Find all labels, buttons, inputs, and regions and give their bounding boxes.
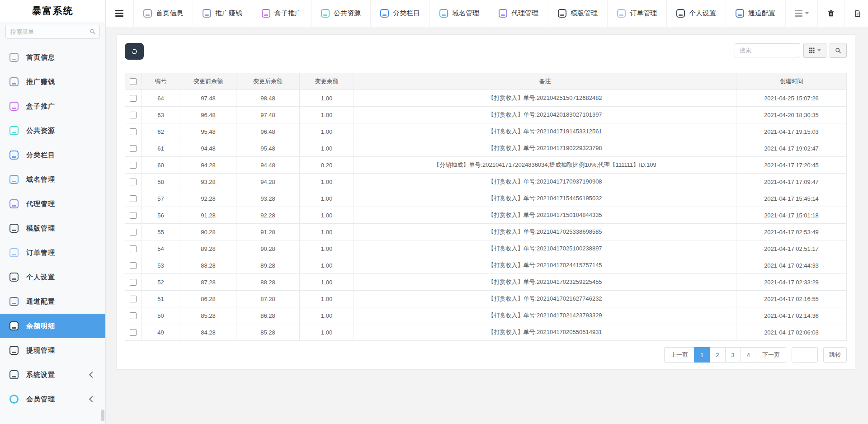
cell-remark: 【打赏收入】单号:20210425150712682482: [354, 90, 736, 107]
tab-agent[interactable]: 代理管理: [489, 0, 548, 27]
sidebar-item-label: 余额明细: [26, 322, 55, 330]
sidebar-search-input[interactable]: [5, 25, 100, 39]
page-button-1[interactable]: 1: [694, 347, 710, 363]
row-checkbox[interactable]: [130, 279, 137, 286]
tab-category[interactable]: 分类栏目: [371, 0, 430, 27]
row-checkbox[interactable]: [130, 179, 137, 185]
tab-box-promo[interactable]: 盒子推广: [252, 0, 311, 27]
cell-after: 91.28: [236, 224, 300, 240]
sidebar-item-withdraw[interactable]: 提现管理: [0, 338, 105, 363]
sidebar-item-agent[interactable]: 代理管理: [0, 192, 105, 216]
row-checkbox[interactable]: [130, 145, 137, 152]
cell-change: 1.00: [300, 123, 354, 140]
cell-created: 2021-04-25 15:07:26: [736, 90, 847, 107]
next-page-button[interactable]: 下一页: [756, 347, 786, 363]
row-checkbox[interactable]: [130, 162, 137, 169]
jump-page-input[interactable]: [792, 347, 818, 363]
sidebar-item-member[interactable]: 会员管理: [0, 387, 105, 411]
cell-before: 87.28: [180, 274, 236, 291]
menu-item-icon-domain-icon: [9, 175, 19, 184]
clear-cache-button[interactable]: [844, 0, 868, 27]
tab-home-info[interactable]: 首页信息: [133, 0, 193, 27]
cell-after: 94.28: [236, 174, 300, 190]
tab-icon-home-icon: [143, 9, 152, 18]
sidebar-item-order[interactable]: 订单管理: [0, 240, 105, 265]
sidebar-item-balance-detail[interactable]: 余额明细: [0, 314, 105, 338]
tab-public-resource[interactable]: 公共资源: [311, 0, 371, 27]
row-checkbox[interactable]: [130, 212, 137, 219]
table-row-61: 61 94.48 95.48 1.00 【打赏收入】单号:20210417190…: [125, 140, 847, 157]
header-created: 创建时间: [736, 73, 847, 90]
cell-after: 93.28: [236, 190, 300, 207]
prev-page-button[interactable]: 上一页: [664, 347, 694, 363]
menu-item-icon-megaphone-icon: [9, 77, 19, 86]
trash-button[interactable]: [817, 0, 844, 27]
cell-after: 89.28: [236, 257, 300, 274]
row-checkbox[interactable]: [130, 262, 137, 269]
row-checkbox[interactable]: [130, 128, 137, 135]
cell-remark: 【打赏收入】单号:20210417021423793329: [354, 307, 736, 324]
sidebar-item-profile[interactable]: 个人设置: [0, 265, 105, 289]
tab-icon-domain-icon: [439, 9, 448, 18]
sidebar-item-category[interactable]: 分类栏目: [0, 143, 105, 167]
sidebar-item-domain[interactable]: 域名管理: [0, 167, 105, 192]
list-dropdown-button[interactable]: [785, 0, 817, 27]
row-checkbox[interactable]: [130, 312, 137, 319]
sidebar-item-template[interactable]: 模版管理: [0, 216, 105, 240]
header-remark: 备注: [354, 73, 736, 90]
menu-toggle-icon[interactable]: [105, 0, 133, 27]
tab-order[interactable]: 订单管理: [608, 0, 667, 27]
tab-label: 域名管理: [452, 9, 479, 18]
cell-after: 85.28: [236, 324, 300, 341]
refresh-button[interactable]: [125, 43, 144, 60]
row-checkbox[interactable]: [130, 229, 137, 236]
tab-profile[interactable]: 个人设置: [667, 0, 726, 27]
cell-before: 84.28: [180, 324, 236, 341]
header-change: 变更余额: [300, 73, 354, 90]
tab-channel[interactable]: 通道配置: [726, 0, 785, 27]
cell-id: 62: [142, 123, 180, 140]
cell-id: 50: [142, 307, 180, 324]
row-checkbox[interactable]: [130, 245, 137, 252]
columns-dropdown-button[interactable]: [803, 43, 826, 58]
topbar: 首页信息 推广赚钱 盒子推广 公共资源 分类栏目: [105, 0, 868, 27]
tab-domain[interactable]: 域名管理: [430, 0, 489, 27]
page-buttons: 上一页 1 2 3 4 下一页: [664, 347, 786, 363]
sidebar-item-label: 代理管理: [26, 200, 55, 208]
sidebar-item-label: 分类栏目: [26, 151, 55, 160]
tab-promo-earn[interactable]: 推广赚钱: [193, 0, 252, 27]
row-checkbox[interactable]: [130, 195, 137, 202]
caret-down-icon: [817, 49, 821, 52]
sidebar-item-promo-earn[interactable]: 推广赚钱: [0, 70, 105, 94]
list-icon: [795, 10, 802, 17]
card-toolbar: [125, 43, 847, 60]
tab-icon-box-icon: [262, 9, 270, 18]
cell-id: 58: [142, 174, 180, 190]
row-checkbox[interactable]: [130, 329, 137, 336]
sidebar-item-public-resource[interactable]: 公共资源: [0, 118, 105, 143]
row-checkbox[interactable]: [130, 95, 137, 102]
page-button-3[interactable]: 3: [725, 347, 741, 363]
page-button-4[interactable]: 4: [741, 347, 756, 363]
table-row-62: 62 95.48 96.48 1.00 【打赏收入】单号:20210417191…: [125, 123, 847, 140]
app-title: 暴富系统: [0, 0, 105, 22]
sidebar-item-home-info[interactable]: 首页信息: [0, 45, 105, 70]
tab-label: 盒子推广: [274, 9, 302, 18]
cell-before: 95.48: [180, 123, 236, 140]
sidebar-scrollbar-thumb[interactable]: [101, 410, 104, 421]
cell-created: 2021-04-17 02:53:49: [736, 224, 847, 240]
tab-template[interactable]: 模版管理: [548, 0, 608, 27]
table-search-input[interactable]: [735, 43, 800, 57]
row-checkbox[interactable]: [130, 296, 137, 302]
sidebar-item-box-promo[interactable]: 盒子推广: [0, 94, 105, 118]
cell-created: 2021-04-17 17:20:45: [736, 157, 847, 174]
jump-button[interactable]: 跳转: [823, 347, 847, 363]
select-all-checkbox[interactable]: [130, 78, 137, 85]
menu-item-icon-home-icon: [9, 53, 19, 62]
page-button-2[interactable]: 2: [709, 347, 725, 363]
sidebar-item-system[interactable]: 系统设置: [0, 363, 105, 387]
table-row-57: 57 92.28 93.28 1.00 【打赏收入】单号:20210417154…: [125, 190, 847, 207]
sidebar-item-channel[interactable]: 通道配置: [0, 289, 105, 314]
row-checkbox[interactable]: [130, 112, 137, 118]
search-button[interactable]: [830, 43, 847, 58]
